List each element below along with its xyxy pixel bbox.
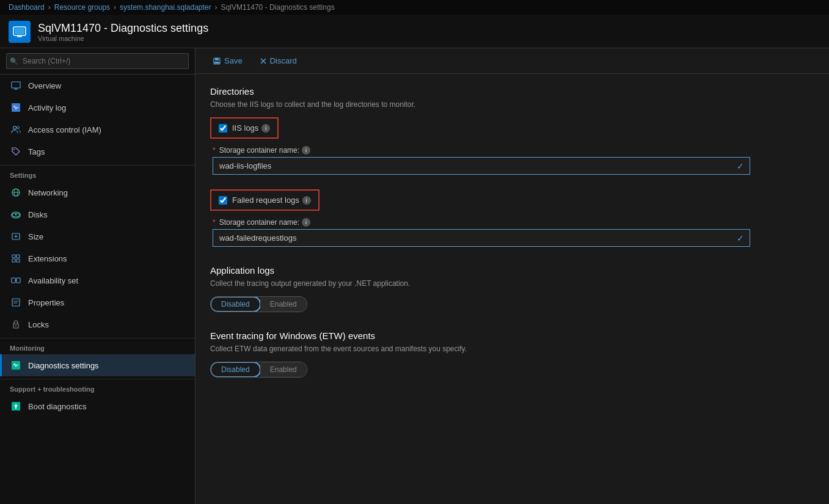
etw-title: Event tracing for Windows (ETW) events [210, 331, 814, 341]
sidebar-item-diagnostics[interactable]: Diagnostics settings [0, 354, 195, 376]
settings-section-label: Settings [0, 165, 195, 181]
failed-storage-input[interactable] [213, 229, 750, 247]
sidebar-item-overview-label: Overview [28, 81, 61, 90]
failed-storage-field: * Storage container name: i ✓ [213, 218, 814, 247]
svg-rect-30 [12, 278, 15, 283]
svg-rect-29 [16, 259, 20, 262]
search-bar [0, 48, 195, 75]
sidebar-item-boot-diagnostics[interactable]: Boot diagnostics [0, 395, 195, 417]
directories-section: Directories Choose the IIS logs to colle… [210, 86, 814, 247]
toolbar: Save Discard [195, 48, 829, 74]
iis-logs-group: IIS logs i [210, 117, 279, 139]
availability-icon [10, 274, 22, 287]
failed-request-info-icon[interactable]: i [302, 196, 311, 205]
sidebar-item-diagnostics-label: Diagnostics settings [28, 361, 99, 370]
svg-rect-31 [16, 278, 20, 283]
sidebar-item-activity-log-label: Activity log [28, 103, 66, 112]
iis-storage-check-icon: ✓ [737, 161, 744, 171]
content-body: Directories Choose the IIS logs to colle… [195, 74, 829, 504]
svg-point-13 [17, 126, 20, 129]
svg-rect-7 [12, 103, 20, 112]
sidebar-item-extensions-label: Extensions [28, 254, 67, 263]
sidebar-item-overview[interactable]: Overview [0, 75, 195, 97]
save-button[interactable]: Save [205, 53, 250, 68]
svg-point-12 [13, 126, 16, 130]
people-icon [10, 123, 22, 136]
svg-rect-26 [12, 255, 15, 258]
discard-button[interactable]: Discard [252, 53, 304, 68]
breadcrumb-sep-1: › [48, 3, 51, 12]
sidebar-item-size[interactable]: Size [0, 225, 195, 247]
sidebar-item-availability-set-label: Availability set [28, 276, 78, 285]
page-subtitle: Virtual machine [38, 35, 208, 42]
breadcrumb-sqladapter[interactable]: system.shanghai.sqladapter [120, 3, 211, 12]
failed-request-group: Failed request logs i [210, 189, 320, 211]
search-input[interactable] [6, 53, 189, 69]
sidebar-item-tags[interactable]: Tags [0, 141, 195, 163]
etw-desc: Collect ETW data generated from the even… [210, 345, 814, 353]
etw-enabled-btn[interactable]: Enabled [260, 362, 307, 377]
sidebar-item-properties-label: Properties [28, 298, 64, 307]
breadcrumb-current: SqlVM11470 - Diagnostics settings [221, 3, 335, 12]
breadcrumb-sep-3: › [215, 3, 217, 12]
properties-icon [10, 296, 22, 309]
failed-storage-info-icon[interactable]: i [302, 218, 310, 227]
sidebar-item-access-control-label: Access control (IAM) [28, 125, 101, 134]
search-wrap [6, 53, 189, 69]
failed-storage-label: * Storage container name: i [213, 218, 814, 227]
sidebar-item-properties[interactable]: Properties [0, 291, 195, 313]
sidebar-item-availability-set[interactable]: Availability set [0, 269, 195, 291]
breadcrumb-sep-2: › [114, 3, 116, 12]
failed-request-checkbox[interactable] [219, 196, 227, 205]
iis-logs-label[interactable]: IIS logs i [232, 123, 270, 133]
etw-toggle: Disabled Enabled [210, 362, 307, 378]
sidebar-nav: Overview Activity log [0, 75, 195, 504]
etw-disabled-btn[interactable]: Disabled [210, 362, 261, 378]
iis-info-icon[interactable]: i [261, 124, 270, 133]
sidebar-item-networking-label: Networking [28, 188, 68, 197]
iis-storage-info-icon[interactable]: i [302, 146, 310, 155]
application-logs-enabled-btn[interactable]: Enabled [260, 297, 307, 312]
sidebar-item-disks[interactable]: Disks [0, 203, 195, 225]
svg-rect-46 [214, 62, 219, 64]
network-icon [10, 186, 22, 199]
sidebar-item-activity-log[interactable]: Activity log [0, 97, 195, 119]
tag-icon [10, 145, 22, 158]
breadcrumb-resource-groups[interactable]: Resource groups [54, 3, 110, 12]
header-text: SqlVM11470 - Diagnostics settings Virtua… [38, 22, 208, 42]
page-header: SqlVM11470 - Diagnostics settings Virtua… [0, 15, 829, 48]
svg-rect-3 [15, 28, 24, 34]
sidebar-item-locks-label: Locks [28, 320, 49, 329]
application-logs-disabled-btn[interactable]: Disabled [210, 296, 261, 312]
iis-storage-label: * Storage container name: i [213, 146, 814, 155]
sidebar-item-locks[interactable]: Locks [0, 313, 195, 335]
application-logs-section: Application logs Collect the tracing out… [210, 265, 814, 312]
breadcrumb-dashboard[interactable]: Dashboard [9, 3, 45, 12]
svg-point-22 [15, 214, 17, 216]
sidebar-item-boot-diagnostics-label: Boot diagnostics [28, 402, 86, 411]
sidebar: Overview Activity log [0, 48, 195, 504]
size-icon [10, 230, 22, 243]
sidebar-item-access-control[interactable]: Access control (IAM) [0, 119, 195, 141]
sidebar-item-extensions[interactable]: Extensions [0, 247, 195, 269]
sidebar-item-tags-label: Tags [28, 147, 45, 156]
iis-logs-checkbox[interactable] [219, 124, 227, 133]
sidebar-item-networking[interactable]: Networking [0, 181, 195, 203]
activity-icon [10, 101, 22, 114]
failed-storage-input-wrap: ✓ [213, 229, 750, 247]
failed-request-label[interactable]: Failed request logs i [232, 195, 311, 205]
discard-icon [260, 57, 267, 65]
svg-rect-28 [12, 259, 15, 262]
sidebar-item-disks-label: Disks [28, 210, 48, 219]
monitoring-section-label: Monitoring [0, 338, 195, 354]
disk-icon [10, 208, 22, 221]
directories-title: Directories [210, 86, 814, 97]
content-area: Save Discard Directories Choose the IIS … [195, 48, 829, 504]
svg-rect-27 [16, 255, 20, 258]
etw-section: Event tracing for Windows (ETW) events C… [210, 331, 814, 378]
save-icon [213, 57, 221, 65]
iis-storage-input[interactable] [213, 157, 750, 175]
discard-label: Discard [270, 56, 297, 65]
iis-storage-input-wrap: ✓ [213, 157, 750, 175]
svg-rect-4 [12, 82, 20, 88]
